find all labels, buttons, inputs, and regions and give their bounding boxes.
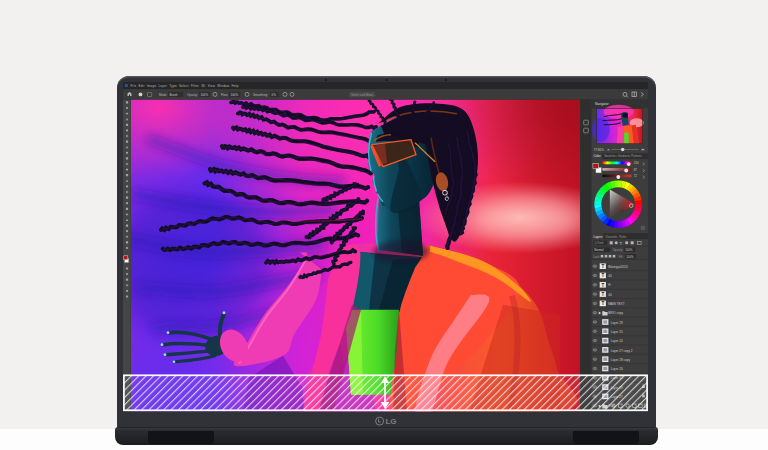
svg-text:100%: 100% xyxy=(231,93,239,97)
svg-text:Bilampjat2020: Bilampjat2020 xyxy=(608,265,628,269)
svg-text:Patterns: Patterns xyxy=(631,155,642,159)
svg-text:Swatches: Swatches xyxy=(604,155,617,159)
svg-text:Q Kind: Q Kind xyxy=(595,241,604,245)
svg-text:Layer 25: Layer 25 xyxy=(611,330,623,334)
svg-text:Layer 26: Layer 26 xyxy=(611,367,623,371)
svg-text:Mode:: Mode: xyxy=(159,93,167,97)
svg-text:Fill:: Fill: xyxy=(619,255,624,259)
svg-text:100%: 100% xyxy=(627,255,635,259)
svg-text:Layer 29: Layer 29 xyxy=(611,321,623,325)
svg-text:87: 87 xyxy=(634,168,638,172)
svg-text:BRIO copy: BRIO copy xyxy=(608,312,623,316)
svg-text:100%: 100% xyxy=(201,93,209,97)
svg-text:Color: Color xyxy=(594,155,601,159)
svg-text:Layer 28 copy: Layer 28 copy xyxy=(611,358,631,362)
svg-text:Paths: Paths xyxy=(619,235,627,239)
svg-text:Layer 24: Layer 24 xyxy=(611,340,623,344)
svg-text:Normal: Normal xyxy=(595,248,605,252)
svg-text:40: 40 xyxy=(608,293,612,297)
svg-text:H: H xyxy=(608,284,610,288)
svg-text:LG: LG xyxy=(385,417,396,426)
svg-text:T: T xyxy=(602,301,605,306)
svg-text:40: 40 xyxy=(608,274,612,278)
svg-text:Layers: Layers xyxy=(594,235,603,239)
svg-text:MAIN TEXT: MAIN TEXT xyxy=(608,302,624,306)
svg-text:Navigator: Navigator xyxy=(595,103,610,107)
svg-text:Flow:: Flow: xyxy=(221,93,228,97)
svg-text:Opacity:: Opacity: xyxy=(613,248,623,252)
svg-text:T: T xyxy=(602,274,605,279)
svg-text:Lock:: Lock: xyxy=(593,255,600,259)
svg-text:0%: 0% xyxy=(272,93,277,97)
svg-text:72: 72 xyxy=(634,175,638,179)
svg-text:Opacity:: Opacity: xyxy=(187,93,198,97)
svg-text:Smoothing:: Smoothing: xyxy=(253,93,268,97)
svg-text:T: T xyxy=(602,283,605,288)
svg-text:Gradients: Gradients xyxy=(618,155,631,159)
svg-text:Brush: Brush xyxy=(170,93,178,97)
svg-text:Select and Mask...: Select and Mask... xyxy=(351,93,376,97)
svg-text:77.86%: 77.86% xyxy=(594,148,604,152)
svg-text:Channels: Channels xyxy=(605,235,618,239)
svg-text:T: T xyxy=(602,292,605,297)
svg-text:100%: 100% xyxy=(626,248,634,252)
svg-text:File Edit Image Layer Type: File Edit Image Layer Type Select Filter… xyxy=(131,84,239,88)
svg-text:234: 234 xyxy=(634,162,639,166)
svg-text:T: T xyxy=(602,264,605,269)
svg-text:Layer 27 copy 2: Layer 27 copy 2 xyxy=(611,349,633,353)
